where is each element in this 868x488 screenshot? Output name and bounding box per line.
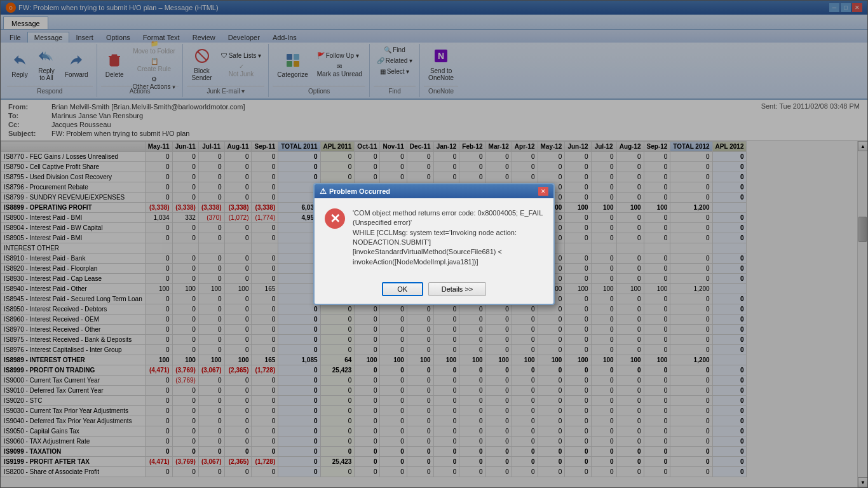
modal-message-text: 'COM object method returns error code: 0… bbox=[353, 209, 543, 266]
modal-message: 'COM object method returns error code: 0… bbox=[353, 208, 543, 267]
app-window: O FW: Problem when trying to submit H/O … bbox=[0, 0, 868, 488]
modal-title: Problem Occurred bbox=[329, 187, 390, 195]
modal-overlay: ⚠ Problem Occurred ✕ ✕ 'COM object metho… bbox=[0, 0, 868, 488]
modal-close-button[interactable]: ✕ bbox=[538, 187, 548, 196]
ok-button[interactable]: OK bbox=[382, 282, 423, 296]
error-icon: ✕ bbox=[325, 208, 345, 229]
modal-titlebar: ⚠ Problem Occurred ✕ bbox=[315, 184, 553, 198]
problem-icon: ⚠ bbox=[320, 187, 327, 196]
modal-body: ✕ 'COM object method returns error code:… bbox=[315, 198, 553, 277]
modal-dialog: ⚠ Problem Occurred ✕ ✕ 'COM object metho… bbox=[313, 183, 555, 305]
modal-footer: OK Details >> bbox=[315, 277, 553, 304]
details-button[interactable]: Details >> bbox=[428, 282, 487, 296]
